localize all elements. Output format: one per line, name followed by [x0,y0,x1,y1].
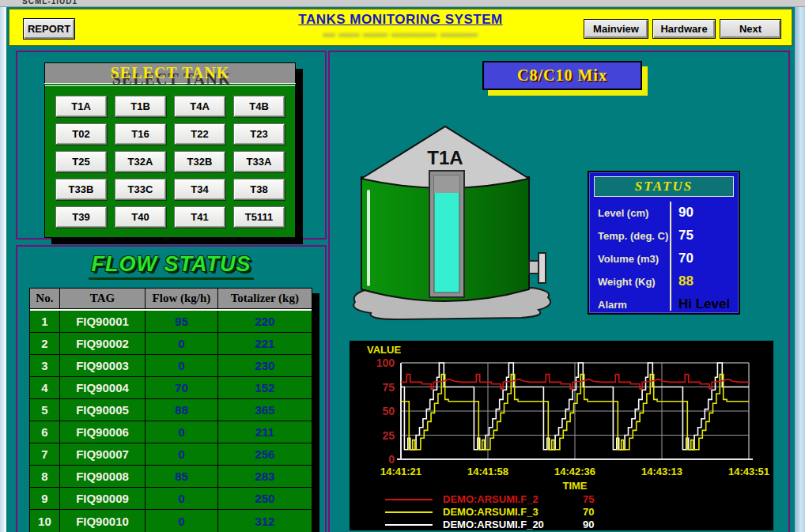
tank-button-T02[interactable]: T02 [55,123,107,145]
status-value: Hi Level [678,296,730,312]
flow-status-box: FLOW STATUS No.TAGFlow (kg/h)Totalizer (… [16,245,327,532]
tank-button-T34[interactable]: T34 [174,179,225,200]
column-header: Flow (kg/h) [146,289,217,309]
select-tank-box: SELECT TANK T1AT1BT4AT4BT02T16T22T23T25T… [16,51,327,240]
status-value: 90 [678,205,694,221]
table-row: 4FIQ9000470152 [30,377,312,399]
status-label: Temp. (deg. C) [598,230,668,242]
tank-button-T32A[interactable]: T32A [115,151,166,172]
svg-text:75: 75 [583,493,594,505]
table-cell: FIQ90004 [60,377,146,399]
svg-text:50: 50 [382,405,395,417]
flow-status-table: No.TAGFlow (kg/h)Totalizer (kg)1FIQ90001… [29,288,312,532]
window-title-fragment: SCML-1IUD1 [22,0,77,6]
nav-button-group: Mainview Hardware Next [584,19,781,39]
tank-nozzle-flange [539,253,546,283]
trend-chart: 025507510014:41:2114:41:5814:42:3614:43:… [350,341,773,530]
tank-button-T23[interactable]: T23 [233,123,285,145]
tank-button-T38[interactable]: T38 [233,179,285,200]
tank-button-T16[interactable]: T16 [115,123,166,145]
table-cell: 70 [146,377,217,399]
table-cell: FIQ90001 [60,311,146,333]
select-tank-title: SELECT TANK [111,64,230,81]
table-row: 10FIQ900100312 [30,510,312,532]
table-cell: 152 [218,377,312,399]
tank-button-T39[interactable]: T39 [55,206,107,228]
header-band: REPORT TANKS MONITORING SYSTEM ▪▪▪ ▪▪▪▪▪… [9,9,792,46]
select-tank-header: SELECT TANK [44,62,296,83]
table-cell: 312 [218,510,312,532]
tank-name-label: T1A [427,147,463,168]
flow-table-header-row: No.TAGFlow (kg/h)Totalizer (kg) [30,289,312,311]
tank-button-T5111[interactable]: T5111 [233,206,285,228]
svg-text:14:41:21: 14:41:21 [380,466,421,477]
next-button[interactable]: Next [720,19,781,39]
svg-text:DEMO:ARSUMI.F_3: DEMO:ARSUMI.F_3 [443,506,539,518]
table-cell: FIQ90005 [60,399,146,421]
table-row: 5FIQ9000588365 [30,399,312,421]
tank-button-T1B[interactable]: T1B [115,96,166,117]
status-value: 70 [678,251,694,266]
select-tank-panel: SELECT TANK T1AT1BT4AT4BT02T16T22T23T25T… [44,62,296,238]
tank-button-T33C[interactable]: T33C [115,179,166,200]
tank-button-T22[interactable]: T22 [174,123,225,145]
table-cell: 365 [218,399,312,421]
table-cell: 221 [218,333,312,355]
table-row: 2FIQ900020221 [30,333,312,355]
table-cell: FIQ90008 [60,466,146,488]
tank-button-T25[interactable]: T25 [55,151,107,172]
status-label: Weight (Kg) [598,276,656,288]
tank-button-T33B[interactable]: T33B [55,179,107,200]
tank-button-T41[interactable]: T41 [174,206,225,228]
svg-text:75: 75 [382,381,395,394]
app-window: SCML-1IUD1 REPORT TANKS MONITORING SYSTE… [0,0,805,532]
tank-button-T4A[interactable]: T4A [174,96,225,117]
window-left-edge [0,7,6,532]
table-cell: FIQ90009 [60,488,146,510]
tank-graphic: T1A [344,122,575,324]
tank-button-grid: T1AT1BT4AT4BT02T16T22T23T25T32AT32BT33AT… [44,83,296,238]
status-row: Weight (Kg)88 [589,270,739,293]
tank-button-T32B[interactable]: T32B [174,151,225,172]
status-row: AlarmHi Level [589,293,739,316]
svg-text:14:43:13: 14:43:13 [641,466,682,477]
status-value: 88 [678,274,694,289]
svg-text:25: 25 [382,429,395,442]
table-cell: 85 [146,466,217,488]
svg-text:14:43:51: 14:43:51 [728,466,769,477]
svg-text:14:42:36: 14:42:36 [554,466,595,477]
flow-status-title: FLOW STATUS [89,252,255,280]
table-row: 7FIQ900070256 [30,443,312,466]
tank-button-T33A[interactable]: T33A [233,151,285,172]
svg-text:VALUE: VALUE [367,344,401,356]
table-cell: 256 [218,443,312,466]
svg-text:90: 90 [583,519,594,530]
table-cell: FIQ90003 [60,355,146,377]
table-cell: 9 [30,488,60,510]
window-titlebar: SCML-1IUD1 [0,0,805,7]
table-cell: 95 [146,311,217,333]
sight-glass-vapor [434,175,459,193]
column-header: No. [30,289,60,309]
status-panel: STATUS Level (cm)90Temp. (deg. C)75Volum… [588,171,740,315]
svg-text:TIME: TIME [562,480,587,492]
trend-chart-panel: 025507510014:41:2114:41:5814:42:3614:43:… [350,341,773,530]
mainview-button[interactable]: Mainview [584,19,648,39]
window-right-edge [795,7,805,532]
hardware-button[interactable]: Hardware [652,19,716,39]
table-cell: 1 [30,311,60,333]
product-label: C8/C10 Mix [482,61,642,90]
svg-text:14:41:58: 14:41:58 [467,466,508,477]
svg-text:0: 0 [388,453,395,466]
svg-text:70: 70 [583,506,594,518]
product-label-text: C8/C10 Mix [517,66,607,84]
tank-button-T4B[interactable]: T4B [233,96,285,117]
table-row: 3FIQ900030230 [30,355,312,377]
tank-button-T40[interactable]: T40 [115,206,166,228]
table-cell: FIQ90007 [60,443,146,466]
table-cell: 283 [218,466,312,488]
status-label: Alarm [598,299,627,311]
table-cell: 5 [30,399,60,421]
tank-button-T1A[interactable]: T1A [55,96,107,117]
table-cell: 3 [30,355,60,377]
